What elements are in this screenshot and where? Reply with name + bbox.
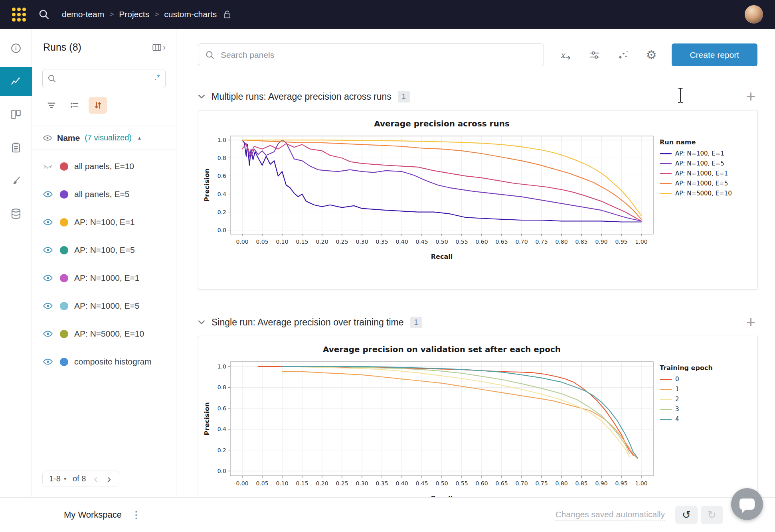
precision-recall-chart: 0.000.050.100.150.200.250.300.350.400.45… bbox=[202, 113, 657, 264]
run-label: AP: N=100, E=1 bbox=[74, 217, 135, 227]
panel-config-button[interactable] bbox=[589, 49, 601, 61]
eye-icon bbox=[43, 133, 52, 143]
runs-name-header[interactable]: Name (7 visualized) ▲ bbox=[32, 126, 176, 150]
rail-item-charts[interactable] bbox=[0, 67, 32, 96]
group-button[interactable] bbox=[65, 97, 84, 114]
chevron-down-icon[interactable] bbox=[198, 320, 205, 325]
run-color-dot bbox=[60, 274, 68, 282]
svg-text:0.15: 0.15 bbox=[296, 238, 308, 245]
chevron-down-icon[interactable] bbox=[198, 94, 205, 99]
legend-item: 1 bbox=[660, 386, 755, 393]
settings-gear-icon[interactable]: ⚙ bbox=[646, 48, 657, 62]
runs-table-toggle[interactable]: › bbox=[152, 42, 166, 53]
visibility-eye-icon[interactable] bbox=[42, 329, 54, 339]
visibility-eye-icon[interactable] bbox=[42, 189, 54, 199]
next-page-button[interactable]: › bbox=[106, 475, 113, 483]
rail-item-logs[interactable] bbox=[0, 133, 32, 162]
svg-text:0.4: 0.4 bbox=[217, 426, 226, 432]
svg-text:0.2: 0.2 bbox=[217, 209, 226, 215]
svg-text:0.55: 0.55 bbox=[455, 480, 468, 487]
undo-icon: ↺ bbox=[682, 509, 691, 521]
visibility-eye-icon[interactable] bbox=[42, 273, 54, 283]
run-row[interactable]: composite histogram bbox=[32, 348, 176, 376]
database-icon bbox=[10, 208, 22, 220]
panel-search-input[interactable] bbox=[198, 43, 544, 66]
runs-search-input[interactable] bbox=[42, 69, 166, 88]
rail-item-artifacts[interactable] bbox=[0, 199, 32, 228]
rail-item-panels[interactable] bbox=[0, 100, 32, 129]
visibility-eye-icon[interactable] bbox=[42, 217, 54, 227]
create-report-button[interactable]: Create report bbox=[672, 43, 757, 66]
section-title: Single run: Average precision over train… bbox=[212, 317, 404, 328]
wandb-workspace: demo-team > Projects > custom-charts bbox=[0, 0, 775, 532]
runs-pagination: 1-8 ▾ of 8 ‹ › bbox=[42, 471, 119, 487]
svg-text:0.75: 0.75 bbox=[535, 238, 548, 245]
add-panel-button[interactable]: + bbox=[746, 91, 755, 102]
run-row[interactable]: AP: N=1000, E=1 bbox=[32, 264, 176, 292]
outliers-button[interactable] bbox=[617, 49, 629, 61]
visibility-eye-icon[interactable] bbox=[42, 301, 54, 311]
breadcrumb-team[interactable]: demo-team bbox=[62, 10, 104, 19]
run-row[interactable]: all panels, E=5 bbox=[32, 180, 176, 208]
visibility-eye-icon[interactable] bbox=[42, 357, 54, 367]
legend-item: AP: N=1000, E=1 bbox=[660, 170, 755, 177]
svg-text:Recall: Recall bbox=[431, 495, 453, 497]
svg-text:0.70: 0.70 bbox=[515, 238, 528, 245]
add-panel-button[interactable]: + bbox=[746, 316, 755, 328]
legend-item: AP: N=5000, E=10 bbox=[660, 190, 755, 197]
run-row[interactable]: AP: N=100, E=1 bbox=[32, 208, 176, 236]
prev-page-button[interactable]: ‹ bbox=[92, 475, 99, 483]
panel-average-precision-across-runs: 0.000.050.100.150.200.250.300.350.400.45… bbox=[198, 110, 758, 290]
search-icon bbox=[205, 50, 215, 60]
page-total: of 8 bbox=[73, 474, 86, 483]
visibility-eye-icon[interactable] bbox=[42, 245, 54, 255]
line-chart-icon bbox=[10, 75, 22, 87]
undo-button[interactable]: ↺ bbox=[675, 506, 698, 524]
visibility-eye-off-icon[interactable] bbox=[42, 161, 54, 171]
chat-support-button[interactable] bbox=[731, 488, 763, 520]
page-range-dropdown[interactable]: 1-8 bbox=[49, 474, 61, 483]
svg-text:1.0: 1.0 bbox=[217, 363, 226, 370]
x-axis-icon: x bbox=[559, 49, 572, 61]
legend: Training epoch01234 bbox=[657, 339, 755, 497]
avatar[interactable] bbox=[745, 5, 763, 24]
brush-icon bbox=[10, 175, 22, 187]
run-row[interactable]: all panels, E=10 bbox=[32, 152, 176, 180]
search-icon[interactable] bbox=[38, 8, 50, 20]
run-row[interactable]: AP: N=100, E=5 bbox=[32, 236, 176, 264]
run-color-dot bbox=[60, 330, 68, 338]
workspace-selector[interactable]: My Workspace bbox=[64, 510, 122, 520]
legend: Run nameAP: N=100, E=1AP: N=100, E=5AP: … bbox=[657, 113, 755, 289]
rail-item-overview[interactable] bbox=[0, 34, 32, 63]
unlock-icon[interactable] bbox=[222, 9, 232, 20]
left-icon-rail bbox=[0, 29, 32, 532]
svg-text:0.35: 0.35 bbox=[376, 238, 388, 245]
legend-swatch bbox=[660, 409, 672, 410]
svg-text:0.90: 0.90 bbox=[595, 480, 607, 487]
run-label: AP: N=1000, E=1 bbox=[74, 273, 139, 283]
x-axis-settings-button[interactable]: x bbox=[559, 49, 572, 61]
legend-item: 3 bbox=[660, 406, 755, 413]
svg-text:1.00: 1.00 bbox=[635, 480, 647, 487]
svg-text:0.20: 0.20 bbox=[316, 480, 328, 487]
sort-button[interactable] bbox=[89, 97, 107, 114]
kebab-menu-icon[interactable]: ⋮ bbox=[131, 509, 141, 520]
redo-button[interactable]: ↻ bbox=[701, 506, 723, 524]
regex-toggle[interactable]: .* bbox=[154, 73, 160, 82]
breadcrumb-projects[interactable]: Projects bbox=[119, 10, 149, 19]
run-label: composite histogram bbox=[74, 357, 152, 366]
svg-text:0.60: 0.60 bbox=[475, 238, 488, 245]
run-row[interactable]: AP: N=1000, E=5 bbox=[32, 292, 176, 320]
svg-text:0.80: 0.80 bbox=[555, 238, 567, 245]
breadcrumb-project[interactable]: custom-charts bbox=[164, 10, 217, 19]
workspace-content: x ⚙ Create report Multiple runs: Average… bbox=[176, 29, 775, 497]
filter-button[interactable] bbox=[42, 97, 61, 114]
svg-text:0.00: 0.00 bbox=[236, 238, 248, 245]
wandb-logo[interactable] bbox=[12, 8, 26, 22]
breadcrumb-separator: > bbox=[109, 10, 114, 19]
breadcrumb: demo-team > Projects > custom-charts bbox=[62, 9, 232, 20]
run-row[interactable]: AP: N=5000, E=10 bbox=[32, 320, 176, 348]
rail-item-sweeps[interactable] bbox=[0, 166, 32, 195]
legend-swatch bbox=[660, 163, 672, 164]
run-color-dot bbox=[60, 302, 68, 310]
